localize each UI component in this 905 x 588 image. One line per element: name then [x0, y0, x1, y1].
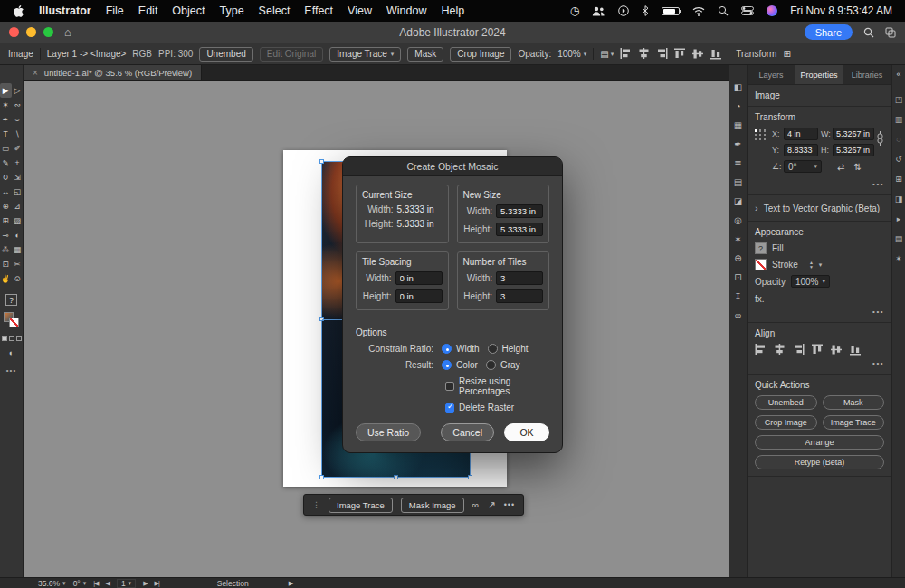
time-machine-status-icon[interactable]: ◷ [570, 5, 579, 17]
new-width-input[interactable] [496, 204, 543, 218]
radio-icon[interactable] [442, 344, 452, 354]
align-top-icon[interactable] [674, 48, 686, 60]
use-ratio-button[interactable]: Use Ratio [356, 423, 421, 441]
collapse-panels-icon[interactable]: « [896, 70, 900, 79]
pencil-tool[interactable]: ✎ [0, 156, 12, 170]
drag-handle-icon[interactable]: ⋮ [312, 500, 320, 509]
lasso-tool[interactable]: ∾ [12, 98, 24, 112]
links-panel-icon[interactable]: ∞ [732, 309, 745, 320]
share-button[interactable]: Share [805, 24, 853, 40]
ok-button[interactable]: OK [504, 423, 549, 441]
radio-icon[interactable] [486, 360, 496, 370]
symbol-sprayer-tool[interactable]: ⁂ [0, 242, 12, 257]
stroke-swatch[interactable] [755, 259, 767, 270]
menu-bar-clock[interactable]: Fri Nov 8 9:53:42 AM [790, 5, 892, 17]
asset-export-panel-icon[interactable]: ↧ [732, 290, 745, 301]
more-options-icon[interactable]: ••• [755, 359, 884, 367]
opacity-dropdown[interactable]: 100% ▾ [557, 49, 586, 59]
blend-tool[interactable]: ◐ [12, 228, 24, 242]
more-options-icon[interactable]: ••• [755, 180, 884, 188]
transform-link[interactable]: Transform [736, 49, 776, 59]
quick-action-crop-image[interactable]: Crop Image [755, 415, 817, 430]
control-center-icon[interactable] [741, 6, 754, 15]
disclosure-icon[interactable]: › [755, 203, 758, 213]
zoom-dropdown[interactable]: 35.6% ▾ [38, 579, 66, 588]
menu-item[interactable]: Edit [138, 5, 158, 17]
color-panel-icon[interactable]: ◧ [732, 81, 745, 92]
mask-image-quick-button[interactable]: Mask Image [401, 498, 464, 513]
effects-button[interactable]: fx. [755, 294, 884, 304]
result-color-radio[interactable]: Color [442, 360, 478, 370]
discover-panel-icon[interactable]: ✶ [892, 253, 905, 264]
perspective-grid-tool[interactable]: ⊿ [12, 199, 24, 213]
open-panel-icon[interactable]: ↗ [487, 499, 495, 511]
workspace-switcher-icon[interactable] [885, 27, 896, 38]
mesh-tool[interactable]: ⊞ [0, 213, 12, 228]
free-transform-widget-icon[interactable]: ⊞ [783, 49, 790, 59]
navigator-panel-icon[interactable]: ⊞ [892, 174, 905, 185]
screen-mode-button[interactable]: ◐ [9, 348, 14, 357]
unembed-button[interactable]: Unembed [199, 47, 252, 62]
selection-tool[interactable]: ▶ [0, 83, 12, 98]
apple-menu[interactable] [13, 5, 24, 18]
fill-swatch[interactable]: ? [755, 242, 767, 254]
layer-breadcrumb[interactable]: Layer 1 -> <Image> [47, 49, 127, 59]
gradient-tool[interactable]: ▨ [12, 213, 24, 228]
new-height-input[interactable] [496, 223, 543, 236]
align-left-icon[interactable] [755, 344, 767, 356]
radio-icon[interactable] [442, 360, 452, 370]
y-input[interactable] [784, 144, 818, 156]
align-bottom-icon[interactable] [710, 48, 722, 60]
draw-behind-mode[interactable] [9, 336, 14, 341]
quick-action-retype[interactable]: Retype (Beta) [755, 455, 884, 469]
curvature-tool[interactable]: ⌣ [12, 112, 24, 127]
menu-item[interactable]: View [348, 5, 372, 17]
next-artboard-button[interactable]: ▶ [143, 580, 147, 587]
align-top-icon[interactable] [812, 344, 824, 356]
appearance-panel-icon[interactable]: ◎ [732, 214, 745, 225]
scale-tool[interactable]: ⇲ [12, 170, 24, 185]
type-tool[interactable]: T [0, 127, 12, 141]
crop-image-button[interactable]: Crop Image [450, 47, 511, 62]
history-panel-icon[interactable]: ↺ [892, 154, 905, 165]
info-panel-icon[interactable]: ◨ [892, 194, 905, 204]
previous-artboard-button[interactable]: ◀ [105, 580, 109, 587]
tab-properties[interactable]: Properties [795, 65, 843, 84]
mask-button[interactable]: Mask [407, 47, 443, 62]
bluetooth-status-icon[interactable] [642, 5, 649, 16]
status-menu-arrow[interactable]: ▶ [289, 580, 293, 587]
canvas[interactable]: Create Object Mosaic Current Size Width:… [24, 81, 729, 577]
rotate-tool[interactable]: ↻ [0, 170, 12, 185]
column-graph-tool[interactable]: ▦ [12, 242, 24, 257]
image-trace-dropdown[interactable]: Image Trace ▾ [329, 47, 401, 62]
artboard-tool[interactable]: ⊡ [0, 257, 12, 271]
comments-panel-icon[interactable]: ◌ [892, 134, 905, 145]
last-artboard-button[interactable]: ▶| [155, 580, 159, 587]
first-artboard-button[interactable]: |◀ [93, 580, 98, 587]
align-bottom-icon[interactable] [850, 344, 862, 356]
flip-vertical-icon[interactable]: ⇅ [853, 162, 861, 172]
link-icon[interactable]: ∞ [472, 499, 480, 510]
align-right-icon[interactable] [656, 48, 668, 60]
pen-tool[interactable]: ✒ [0, 112, 12, 127]
battery-status-icon[interactable] [662, 7, 680, 15]
constrain-height-radio[interactable]: Height [488, 344, 529, 354]
spotlight-search-icon[interactable] [718, 5, 729, 16]
screen-mirroring-status-icon[interactable] [618, 5, 629, 16]
menu-item[interactable]: Select [259, 5, 291, 17]
layers-dock-icon[interactable]: ▤ [892, 233, 905, 244]
width-tool[interactable]: ↔ [0, 185, 12, 199]
result-gray-radio[interactable]: Gray [486, 360, 520, 370]
edit-original-button[interactable]: Edit Original [260, 47, 323, 62]
free-transform-tool[interactable]: ◱ [12, 185, 24, 199]
align-right-icon[interactable] [793, 344, 805, 356]
minimize-window-button[interactable] [26, 27, 36, 37]
paintbrush-tool[interactable]: ✐ [12, 141, 24, 156]
fill-label[interactable]: Fill [772, 243, 784, 253]
align-left-icon[interactable] [620, 48, 632, 60]
x-input[interactable] [784, 128, 818, 140]
eyedropper-tool[interactable]: ⊸ [0, 228, 12, 242]
height-input[interactable] [833, 144, 874, 156]
line-segment-tool[interactable]: ∖ [12, 127, 24, 141]
libraries-panel-icon[interactable]: ▥ [892, 114, 905, 125]
